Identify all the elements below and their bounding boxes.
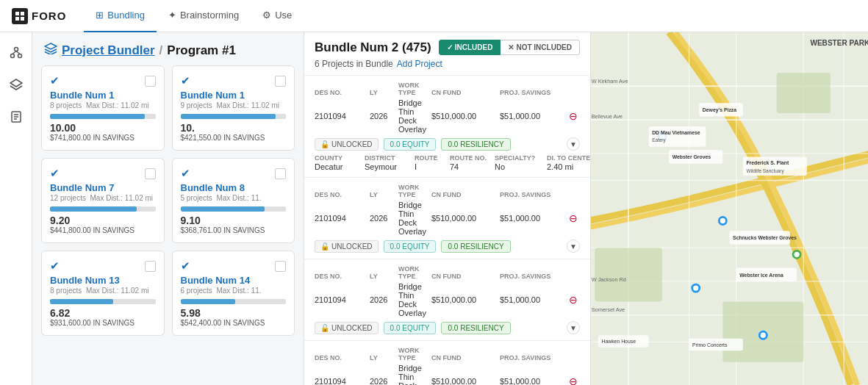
bundle-card-3-savings: $441,800.00 IN SAVINGS	[50, 226, 156, 234]
tab-use[interactable]: ⚙ Use	[251, 0, 304, 32]
bundle-card-5[interactable]: ✔ Bundle Num 13 8 projects Max Dist.: 11…	[41, 251, 165, 336]
bundle-card-6-meta: 6 projects Max Dist.: 11.	[181, 287, 287, 295]
row2-lock-badge: 🔓UNLOCKED	[315, 240, 379, 253]
bundle-card-3[interactable]: ✔ Bundle Num 7 12 projects Max Dist.: 11…	[41, 158, 165, 243]
sidebar-icon-layers[interactable]	[5, 73, 27, 96]
row1-remove-button[interactable]: ⊖	[567, 111, 580, 121]
row1-expand-button[interactable]: ▼	[567, 137, 580, 151]
brainstorming-label: Brainstorming	[180, 10, 239, 21]
bundle-card-5-check: ✔	[50, 259, 60, 273]
bundle-card-3-name: Bundle Num 7	[50, 182, 156, 193]
bundle-card-1-savings: $741,800.00 IN SAVINGS	[50, 134, 156, 142]
svg-text:W Jackson Rd: W Jackson Rd	[592, 276, 626, 283]
row2-proj-savings: $51,000.00	[500, 214, 564, 223]
row1-specialty: No	[495, 162, 545, 171]
row2-des-no: 2101094	[315, 214, 367, 223]
bundling-icon: ⊞	[96, 10, 104, 21]
bundle-card-2-check: ✔	[181, 74, 190, 87]
row3-cn-fund: $510,000.00	[431, 295, 498, 304]
svg-text:Hawken House: Hawken House	[601, 339, 636, 344]
svg-point-5	[10, 54, 14, 58]
bundle-card-2[interactable]: ✔ Bundle Num 1 9 projects Max Dist.: 11.…	[172, 65, 295, 151]
bundle-card-5-score: 6.82	[50, 307, 156, 319]
bundle-card-6-name: Bundle Num 14	[181, 275, 287, 286]
svg-text:W Kirkham Ave: W Kirkham Ave	[592, 78, 628, 84]
bundle-card-4-name: Bundle Num 8	[181, 182, 287, 193]
tab-bundling[interactable]: ⊞ Bundling	[84, 0, 157, 32]
logo: FORO	[12, 8, 66, 24]
svg-text:Somerset Ave: Somerset Ave	[592, 306, 625, 313]
row2-resil-badge: 0.0 RESILIENCY	[441, 240, 510, 253]
bundle-card-2-checkbox[interactable]	[275, 76, 286, 87]
row1-route-no: 74	[450, 162, 492, 171]
project-row-2: DES NO. LY WORK TYPE CN FUND PROJ. SAVIN…	[304, 178, 590, 259]
row1-equity-badge: 0.0 EQUITY	[384, 138, 437, 151]
row3-ly: 2026	[370, 295, 396, 304]
row3-expand-button[interactable]: ▼	[567, 321, 580, 334]
row2-ly: 2026	[370, 214, 396, 223]
bundle-detail-title: Bundle Num 2 (475)	[315, 40, 431, 55]
row2-expand-button[interactable]: ▼	[567, 240, 580, 253]
bundle-detail-header: Bundle Num 2 (475) ✓ INCLUDED ✕ NOT INCL…	[304, 32, 590, 76]
svg-text:Schnucks Webster Groves: Schnucks Webster Groves	[733, 235, 797, 240]
bundle-card-3-check: ✔	[50, 167, 60, 180]
svg-text:WEBSTER PARK: WEBSTER PARK	[810, 39, 868, 47]
add-project-link[interactable]: Add Project	[397, 59, 442, 69]
bundle-card-4-savings: $368,761.00 IN SAVINGS	[181, 226, 287, 234]
row3-remove-button[interactable]: ⊖	[567, 295, 580, 305]
svg-marker-14	[45, 43, 57, 49]
col-header-proj-savings-1: PROJ. SAVINGS	[500, 89, 564, 96]
svg-point-6	[18, 54, 21, 58]
bundle-card-1-checkbox[interactable]	[145, 76, 156, 87]
bundle-card-1-meta: 8 projects Max Dist.: 11.02 mi	[50, 101, 156, 109]
svg-rect-3	[21, 17, 24, 21]
nav-tabs: ⊞ Bundling ✦ Brainstorming ⚙ Use	[84, 0, 304, 32]
sidebar-icon-network[interactable]	[5, 41, 27, 63]
svg-marker-9	[10, 79, 22, 87]
row3-resil-badge: 0.0 RESILIENCY	[441, 322, 510, 334]
col-header-county-1: COUNTY	[315, 154, 362, 162]
row4-cn-fund: $510,000.00	[431, 377, 498, 385]
svg-point-42	[761, 333, 766, 338]
col-header-des-no-1: DES NO.	[315, 89, 367, 96]
bundle-card-6[interactable]: ✔ Bundle Num 14 6 projects Max Dist.: 11…	[172, 251, 295, 336]
bundle-card-6-checkbox[interactable]	[275, 261, 286, 272]
row3-work-type: Bridge Thin Deck Overlay	[398, 282, 429, 317]
svg-text:Bellevue Ave: Bellevue Ave	[592, 113, 623, 120]
row1-cn-fund: $510,000.00	[431, 112, 498, 120]
col-header-work-type-1: WORK TYPE	[398, 82, 429, 96]
tab-brainstorming[interactable]: ✦ Brainstorming	[157, 0, 251, 32]
row4-proj-savings: $51,000.00	[500, 377, 564, 385]
x-icon: ✕	[508, 43, 514, 51]
row2-remove-button[interactable]: ⊖	[567, 213, 580, 223]
breadcrumb-sep: /	[159, 43, 163, 58]
bundle-card-3-bar	[50, 206, 156, 212]
svg-text:Eatery: Eatery	[652, 137, 666, 143]
not-included-button[interactable]: ✕ NOT INCLUDED	[501, 40, 580, 55]
svg-text:Wildlife Sanctuary: Wildlife Sanctuary	[746, 168, 784, 174]
row4-remove-button[interactable]: ⊖	[567, 376, 580, 385]
bundle-card-3-meta: 12 projects Max Dist.: 11.02 mi	[50, 194, 156, 202]
svg-point-4	[14, 48, 18, 51]
bundle-card-4[interactable]: ✔ Bundle Num 8 5 projects Max Dist.: 11.…	[172, 158, 295, 243]
col-header-route-1: ROUTE	[415, 154, 448, 162]
row2-work-type: Bridge Thin Deck Overlay	[398, 201, 429, 236]
svg-text:Dewey's Pizza: Dewey's Pizza	[703, 107, 736, 113]
logo-icon	[12, 8, 28, 24]
bundle-card-2-name: Bundle Num 1	[181, 90, 287, 101]
row1-lock-badge: 🔓 UNLOCKED	[315, 138, 379, 151]
project-row-4: DES NO. LY WORK TYPE CN FUND PROJ. SAVIN…	[304, 341, 590, 385]
bundle-card-5-checkbox[interactable]	[145, 261, 156, 272]
row1-route: I	[415, 162, 448, 171]
bundling-label: Bundling	[107, 10, 145, 21]
included-button[interactable]: ✓ INCLUDED	[439, 40, 501, 55]
bundle-card-3-checkbox[interactable]	[145, 168, 156, 179]
bundle-card-4-checkbox[interactable]	[275, 168, 286, 179]
svg-point-40	[693, 285, 698, 290]
use-label: Use	[275, 10, 292, 21]
sidebar-icon-bookmark[interactable]	[5, 106, 27, 128]
bundle-card-1[interactable]: ✔ Bundle Num 1 8 projects Max Dist.: 11.…	[41, 65, 165, 151]
bundle-card-5-name: Bundle Num 13	[50, 275, 156, 286]
bundle-card-1-score: 10.00	[50, 122, 156, 134]
row3-des-no: 2101094	[315, 295, 367, 304]
